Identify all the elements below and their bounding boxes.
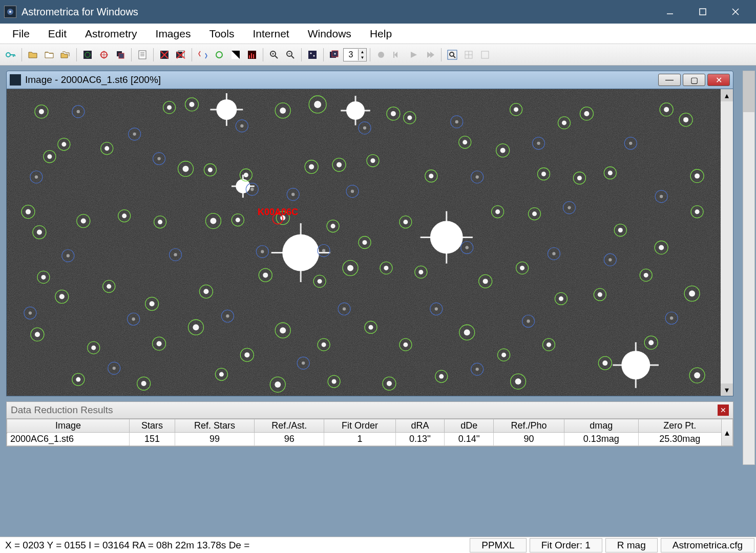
col-7[interactable]: Ref./Pho: [494, 419, 564, 433]
image-scrollbar[interactable]: ▴ ▾: [721, 89, 733, 396]
svg-point-42: [310, 52, 312, 54]
cell-7: 90: [494, 433, 564, 446]
svg-point-200: [689, 290, 695, 296]
svg-point-270: [351, 190, 354, 193]
col-9[interactable]: Zero Pt.: [638, 419, 721, 433]
cell-3: 96: [255, 433, 324, 446]
svg-point-292: [29, 311, 32, 314]
blink-icon[interactable]: [305, 47, 320, 62]
results-close-button[interactable]: ✕: [718, 405, 729, 416]
svg-point-156: [363, 240, 367, 245]
menu-images[interactable]: Images: [146, 25, 200, 43]
col-0[interactable]: Image: [7, 419, 130, 433]
svg-point-148: [210, 218, 216, 224]
open-folder-alt-icon[interactable]: [41, 47, 57, 62]
toolbar: ▲▼: [0, 44, 756, 66]
record-icon[interactable]: [373, 47, 389, 62]
menu-help[interactable]: Help: [361, 25, 401, 43]
image-window-titlebar[interactable]: Image - 2000AC6_1.st6 [200%] — ▢ ✕: [6, 71, 733, 89]
svg-line-39: [291, 56, 294, 58]
scroll-up-icon[interactable]: ▴: [721, 89, 733, 101]
col-4[interactable]: Fit Order: [324, 419, 395, 433]
frame-spinner[interactable]: ▲▼: [343, 48, 367, 61]
cell-2: 99: [175, 433, 254, 446]
zoom-in-icon[interactable]: [266, 47, 282, 62]
open-folder-icon[interactable]: [25, 47, 40, 62]
svg-point-150: [236, 218, 240, 222]
svg-point-306: [113, 367, 116, 370]
close-button[interactable]: [719, 0, 752, 24]
image-close-button[interactable]: ✕: [707, 74, 730, 86]
cell-1: 151: [130, 433, 175, 446]
menu-edit[interactable]: Edit: [39, 25, 76, 43]
minimize-button[interactable]: [654, 0, 686, 24]
svg-point-286: [466, 246, 469, 249]
menu-internet[interactable]: Internet: [243, 25, 298, 43]
image-max-button[interactable]: ▢: [683, 74, 705, 86]
svg-point-242: [387, 381, 392, 386]
svg-point-128: [500, 148, 506, 153]
zoom-out-icon[interactable]: [283, 47, 298, 62]
svg-rect-48: [393, 52, 394, 58]
svg-rect-17: [139, 51, 146, 59]
col-2[interactable]: Ref. Stars: [175, 419, 254, 433]
reject-stack-icon[interactable]: [173, 47, 188, 62]
reject-image-icon[interactable]: [157, 47, 172, 62]
svg-point-290: [608, 258, 612, 261]
svg-point-86: [189, 102, 194, 107]
svg-point-282: [261, 250, 264, 253]
app-title: Astrometrica for Windows: [22, 6, 654, 18]
scroll-down-icon[interactable]: ▾: [721, 384, 733, 396]
key-icon[interactable]: [3, 47, 18, 62]
status-catalog: PPMXL: [470, 538, 526, 552]
grid2-icon[interactable]: [477, 47, 493, 62]
spin-down[interactable]: ▼: [358, 55, 366, 60]
play-icon[interactable]: [406, 47, 422, 62]
svg-point-284: [322, 249, 325, 252]
svg-point-81: [239, 183, 246, 190]
menu-windows[interactable]: Windows: [299, 25, 361, 43]
svg-point-184: [347, 265, 353, 271]
menubar: File Edit Astrometry Images Tools Intern…: [0, 24, 756, 44]
open-multi-icon[interactable]: [58, 47, 73, 62]
status-fit: Fit Order: 1: [530, 538, 602, 552]
menu-tools[interactable]: Tools: [200, 25, 243, 43]
menu-file[interactable]: File: [3, 25, 39, 43]
forward-icon[interactable]: [423, 47, 438, 62]
report-icon[interactable]: [135, 47, 150, 62]
col-5[interactable]: dRA: [395, 419, 445, 433]
stack-icon[interactable]: [113, 47, 128, 62]
blink-multi-icon[interactable]: [327, 47, 342, 62]
svg-point-212: [280, 327, 286, 333]
menu-astrometry[interactable]: Astrometry: [76, 25, 146, 43]
svg-point-198: [644, 273, 648, 278]
svg-point-182: [318, 279, 322, 284]
col-3[interactable]: Ref./Ast.: [255, 419, 324, 433]
image-viewport[interactable]: K00A06C ▴ ▾: [6, 89, 733, 396]
contrast-icon[interactable]: [228, 47, 243, 62]
table-row[interactable]: 2000AC6_1.st6151999610.13''0.14''900.13m…: [7, 433, 733, 446]
target-green-icon[interactable]: [80, 47, 95, 62]
col-8[interactable]: dmag: [564, 419, 638, 433]
grid-icon[interactable]: [461, 47, 476, 62]
table-scroll[interactable]: ▴: [722, 419, 733, 446]
mdi-area: Image - 2000AC6_1.st6 [200%] — ▢ ✕ K00A0…: [0, 66, 756, 537]
svg-point-224: [547, 343, 551, 347]
arrow-pair-icon[interactable]: [195, 47, 211, 62]
rewind-icon[interactable]: [390, 47, 405, 62]
col-1[interactable]: Stars: [130, 419, 175, 433]
col-6[interactable]: dDe: [445, 419, 494, 433]
maximize-button[interactable]: [686, 0, 719, 24]
app-icon: [4, 6, 16, 18]
mdi-scrollbar[interactable]: [743, 71, 755, 465]
svg-point-28: [216, 52, 222, 58]
target-red-icon[interactable]: [96, 47, 112, 62]
zoom-tool-icon[interactable]: [445, 47, 460, 62]
image-min-button[interactable]: —: [658, 74, 681, 86]
circle-marker-icon[interactable]: [212, 47, 227, 62]
svg-point-226: [602, 360, 607, 366]
frame-input[interactable]: [344, 49, 358, 60]
spin-up[interactable]: ▲: [358, 49, 366, 55]
svg-point-158: [403, 220, 408, 224]
histogram-icon[interactable]: [244, 47, 260, 62]
